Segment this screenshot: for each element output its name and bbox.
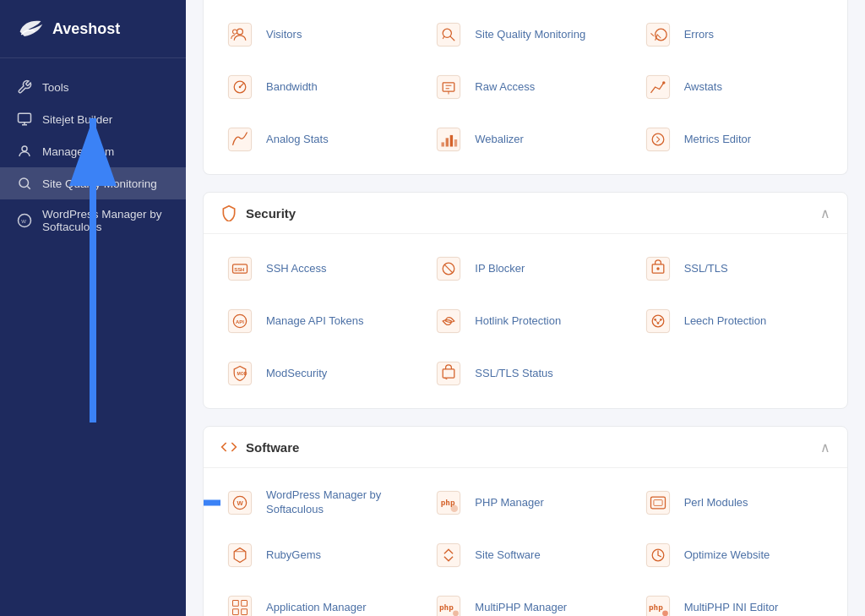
metrics-editor-label: Metrics Editor	[684, 133, 751, 147]
svg-point-2	[19, 178, 29, 188]
svg-text:php: php	[649, 602, 663, 612]
site-quality-label: Site Quality Monitoring	[42, 177, 157, 190]
svg-rect-19	[646, 75, 669, 98]
main-content: Visitors Site Quality Monitoring	[186, 0, 865, 616]
svg-rect-62	[228, 543, 251, 566]
search-icon	[17, 176, 32, 191]
multiphp-ini-label: MultiPHP INI Editor	[684, 601, 779, 615]
perl-icon	[642, 487, 674, 519]
svg-point-37	[656, 267, 659, 270]
grid-item-site-software[interactable]: Site Software	[421, 529, 629, 581]
software-header: Software ∧	[204, 427, 847, 468]
grid-item-wordpress[interactable]: W WordPress Manager by Softaculous	[212, 477, 421, 529]
grid-item-optimize[interactable]: Optimize Website	[630, 529, 839, 581]
awstats-icon	[642, 71, 674, 103]
ssh-label: SSH Access	[266, 262, 327, 276]
ip-blocker-icon	[432, 253, 465, 285]
svg-rect-17	[438, 75, 460, 98]
security-header: Security ∧	[204, 193, 847, 234]
wordpress-label: WordPress Manager by Softaculous	[42, 208, 169, 233]
svg-text:API: API	[236, 319, 244, 324]
sidebar-item-manage-team[interactable]: Manage Team	[0, 135, 186, 167]
ssl-status-label: SSL/TLS Status	[475, 367, 553, 381]
grid-item-site-quality[interactable]: Site Quality Monitoring	[421, 8, 629, 61]
sidebar-item-site-quality[interactable]: Site Quality Monitoring	[0, 167, 186, 199]
security-icon	[220, 204, 237, 221]
security-chevron-icon[interactable]: ∧	[820, 205, 830, 221]
svg-rect-59	[646, 491, 669, 514]
software-section: Software ∧ W WordPress Manager by Softac…	[203, 426, 848, 616]
grid-item-bandwidth[interactable]: Bandwidth	[212, 61, 421, 113]
perl-label: Perl Modules	[684, 496, 748, 510]
svg-text:SSH: SSH	[234, 267, 244, 272]
raw-access-label: Raw Access	[475, 80, 535, 95]
brand-name: Aveshost	[52, 20, 120, 38]
grid-item-multiphp[interactable]: php MultiPHP Manager	[421, 581, 629, 616]
grid-item-modsecurity[interactable]: MOD ModSecurity	[212, 347, 421, 400]
svg-text:php: php	[439, 602, 454, 612]
grid-item-webalizer[interactable]: Webalizer	[421, 113, 629, 166]
api-tokens-icon: API	[224, 305, 256, 337]
grid-item-analog-stats[interactable]: Analog Stats	[212, 113, 421, 166]
multiphp-icon: php	[432, 591, 465, 616]
sitejet-label: Sitejet Builder	[42, 113, 112, 126]
grid-item-ip-blocker[interactable]: IP Blocker	[421, 243, 629, 295]
grid-item-app-manager[interactable]: Application Manager	[212, 581, 421, 616]
ssl-tls-label: SSL/TLS	[684, 262, 728, 276]
svg-text:W: W	[21, 219, 26, 224]
raw-access-icon	[432, 71, 465, 103]
modsecurity-label: ModSecurity	[266, 367, 327, 381]
sidebar-item-tools[interactable]: Tools	[0, 71, 186, 103]
tools-icon	[17, 79, 32, 95]
analog-stats-label: Analog Stats	[266, 133, 329, 147]
multiphp-label: MultiPHP Manager	[475, 601, 567, 615]
wordpress-icon: W	[17, 213, 32, 228]
grid-item-ssh[interactable]: SSH SSH Access	[212, 243, 421, 295]
grid-item-multiphp-ini[interactable]: php MultiPHP INI Editor	[630, 581, 839, 616]
hotlink-icon	[432, 305, 465, 337]
software-title: Software	[246, 440, 299, 455]
app-manager-icon	[224, 591, 256, 616]
leech-label: Leech Protection	[684, 314, 767, 329]
svg-rect-27	[646, 128, 669, 150]
grid-item-ssl-tls[interactable]: SSL/TLS	[630, 243, 839, 295]
tools-label: Tools	[42, 81, 69, 94]
grid-item-api-tokens[interactable]: API Manage API Tokens	[212, 295, 421, 347]
grid-item-leech[interactable]: Leech Protection	[630, 295, 839, 347]
svg-rect-21	[228, 128, 251, 150]
grid-item-perl[interactable]: Perl Modules	[630, 477, 839, 529]
svg-rect-24	[446, 138, 449, 146]
bandwidth-icon	[224, 71, 256, 103]
php-icon: php	[432, 487, 465, 519]
svg-rect-0	[19, 113, 31, 123]
sidebar-item-wordpress[interactable]: W WordPress Manager by Softaculous	[0, 199, 186, 242]
grid-item-php[interactable]: php PHP Manager	[421, 477, 629, 529]
grid-item-ssl-status[interactable]: SSL/TLS Status	[421, 347, 629, 400]
grid-item-raw-access[interactable]: Raw Access	[421, 61, 629, 113]
svg-point-58	[451, 505, 459, 513]
webalizer-icon	[432, 123, 465, 155]
software-chevron-icon[interactable]: ∧	[820, 439, 830, 455]
grid-item-visitors[interactable]: Visitors	[212, 8, 421, 61]
errors-icon	[642, 19, 674, 51]
security-title: Security	[246, 206, 296, 221]
hotlink-label: Hotlink Protection	[475, 314, 561, 329]
visitors-icon	[224, 19, 256, 51]
sidebar-item-sitejet[interactable]: Sitejet Builder	[0, 103, 186, 135]
security-title-wrap: Security	[220, 204, 296, 221]
grid-item-metrics-editor[interactable]: Metrics Editor	[630, 113, 839, 166]
grid-item-rubygems[interactable]: RubyGems	[212, 529, 421, 581]
svg-rect-42	[646, 309, 669, 332]
software-grid: W WordPress Manager by Softaculous	[204, 468, 847, 616]
svg-rect-25	[450, 135, 453, 147]
svg-point-1	[22, 146, 27, 151]
grid-item-awstats[interactable]: Awstats	[630, 61, 839, 113]
user-icon	[17, 144, 32, 159]
grid-item-hotlink[interactable]: Hotlink Protection	[421, 295, 629, 347]
grid-item-errors[interactable]: Errors	[630, 8, 839, 61]
ssh-icon: SSH	[224, 253, 256, 285]
security-grid: SSH SSH Access IP Blocker	[204, 234, 847, 408]
app-manager-label: Application Manager	[266, 601, 367, 615]
svg-rect-12	[646, 23, 669, 46]
metrics-grid: Visitors Site Quality Monitoring	[204, 0, 847, 174]
